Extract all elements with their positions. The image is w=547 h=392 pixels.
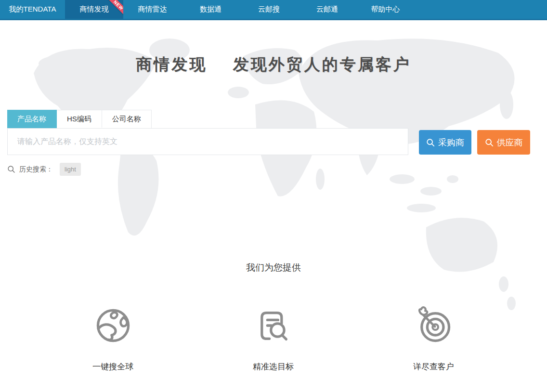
document-search-icon <box>254 304 293 347</box>
buyer-button-label: 采购商 <box>438 137 464 148</box>
search-icon <box>485 138 494 147</box>
hero-headline-part1: 商情发现 <box>136 55 207 74</box>
new-badge: NEW <box>107 0 123 16</box>
feature-customer-detail: 详尽查客户 <box>353 304 514 372</box>
top-navbar: 我的TENDATA 商情发现 NEW 商情雷达 数据通 云邮搜 云邮通 帮助中心 <box>0 0 547 20</box>
nav-item-label: 商情发现 <box>80 5 109 14</box>
page: 我的TENDATA 商情发现 NEW 商情雷达 数据通 云邮搜 云邮通 帮助中心… <box>0 0 547 392</box>
tab-company-name[interactable]: 公司名称 <box>102 110 151 128</box>
nav-item-label: 云邮搜 <box>258 5 280 14</box>
nav-item-label: 商情雷达 <box>138 5 167 14</box>
nav-item-cloud-mail-search[interactable]: 云邮搜 <box>240 0 298 19</box>
supplier-search-button[interactable]: 供应商 <box>477 130 530 155</box>
nav-item-data-link[interactable]: 数据通 <box>182 0 240 19</box>
tab-hs-code[interactable]: HS编码 <box>57 110 102 128</box>
search-area: 产品名称 HS编码 公司名称 采购商 供应商 <box>7 110 540 176</box>
hero-headline-part2: 发现外贸人的专属客户 <box>233 55 411 74</box>
nav-item-cloud-mail[interactable]: 云邮通 <box>298 0 356 19</box>
feature-label: 一键搜全球 <box>92 361 133 372</box>
buyer-search-button[interactable]: 采购商 <box>419 130 471 155</box>
history-search-row: 历史搜索： light <box>7 163 540 176</box>
features-row: 一键搜全球 精准选目标 <box>33 304 514 372</box>
feature-global-search: 一键搜全球 <box>33 304 193 372</box>
search-tab-bar: 产品名称 HS编码 公司名称 <box>7 110 152 128</box>
supplier-button-label: 供应商 <box>497 137 523 148</box>
nav-item-label: 我的TENDATA <box>9 5 56 14</box>
nav-item-my-tendata[interactable]: 我的TENDATA <box>0 0 65 19</box>
globe-icon <box>94 304 132 347</box>
history-search-label: 历史搜索： <box>19 165 53 174</box>
nav-item-label: 数据通 <box>200 5 221 14</box>
search-icon <box>426 138 435 147</box>
feature-label: 精准选目标 <box>253 361 294 372</box>
feature-label: 详尽查客户 <box>413 361 454 372</box>
target-dart-icon <box>415 304 453 347</box>
search-input[interactable] <box>7 128 408 155</box>
history-tag[interactable]: light <box>60 163 81 176</box>
nav-item-label: 云邮通 <box>316 5 338 14</box>
hero-headline: 商情发现 发现外贸人的专属客户 <box>0 54 547 76</box>
nav-item-business-discovery[interactable]: 商情发现 NEW <box>65 0 123 19</box>
search-row: 采购商 供应商 <box>7 128 540 155</box>
history-search-icon <box>7 165 15 173</box>
nav-item-label: 帮助中心 <box>371 5 400 14</box>
nav-item-business-radar[interactable]: 商情雷达 <box>123 0 182 19</box>
feature-precise-targeting: 精准选目标 <box>193 304 353 372</box>
tab-product-name[interactable]: 产品名称 <box>7 110 57 128</box>
features-heading: 我们为您提供 <box>0 261 547 274</box>
nav-item-help-center[interactable]: 帮助中心 <box>356 0 415 19</box>
